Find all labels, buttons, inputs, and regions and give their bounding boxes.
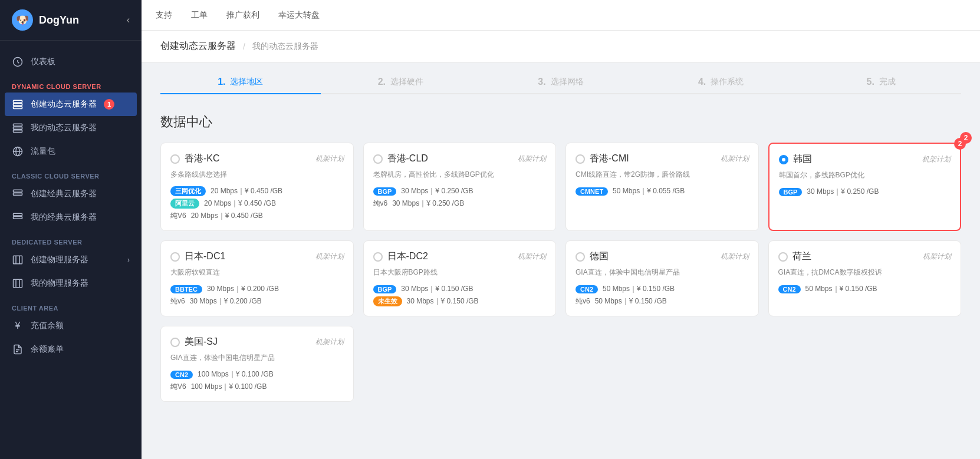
dc-networks-hk-cmi: CMNET 50 Mbps｜¥ 0.055 /GB bbox=[575, 186, 749, 196]
sidebar-item-create-classic[interactable]: 创建经典云服务器 bbox=[0, 182, 142, 206]
app-name: DogYun bbox=[39, 14, 79, 27]
dc-desc-germany: GIA直连，体验中国电信明星产品 bbox=[575, 268, 749, 278]
net-speed-wsh: 30 Mbps｜¥ 0.150 /GB bbox=[407, 296, 479, 306]
dc-card-hk-cmi[interactable]: 香港-CMI 机架计划 CMI线路直连，带2G防御，廉价路线 CMNET 50 … bbox=[565, 143, 759, 231]
svg-rect-14 bbox=[14, 279, 22, 288]
sidebar-collapse-button[interactable]: ‹ bbox=[127, 15, 130, 25]
sidebar-item-my-dedicated[interactable]: 我的物理服务器 bbox=[0, 272, 142, 295]
step-4[interactable]: 4. 操作系统 bbox=[641, 77, 801, 94]
sidebar-item-billing[interactable]: 余额账单 bbox=[0, 338, 142, 361]
dc-net-row-jp-v6: 纯v6 30 Mbps｜¥ 0.200 /GB bbox=[170, 296, 344, 306]
dc-name-netherlands: 荷兰 bbox=[792, 250, 811, 263]
net-badge-sanyou: 三网优化 bbox=[170, 186, 206, 196]
logo-icon: 🐶 bbox=[12, 9, 33, 31]
dc-card-netherlands[interactable]: 荷兰 机架计划 GIA直连，抗DMCA数字版权投诉 CN2 50 Mbps｜¥ … bbox=[768, 240, 962, 316]
net-speed-nl-cn2: 50 Mbps｜¥ 0.150 /GB bbox=[805, 284, 877, 294]
step-3[interactable]: 3. 选择网络 bbox=[481, 77, 641, 94]
dc-net-row-cmnet: CMNET 50 Mbps｜¥ 0.055 /GB bbox=[575, 186, 749, 196]
topbar-lucky[interactable]: 幸运大转盘 bbox=[278, 8, 320, 23]
dc-net-row-de-v6: 纯v6 50 Mbps｜¥ 0.150 /GB bbox=[575, 296, 749, 306]
page-title[interactable]: 创建动态云服务器 bbox=[160, 40, 236, 52]
dc-name-germany: 德国 bbox=[590, 250, 609, 263]
sidebar-item-recharge[interactable]: ¥ 充值余额 bbox=[0, 314, 142, 338]
my-dedicated-label: 我的物理服务器 bbox=[31, 278, 88, 289]
sidebar-item-my-classic[interactable]: 我的经典云服务器 bbox=[0, 206, 142, 229]
dc-card-us-sj[interactable]: 美国-SJ 机架计划 GIA直连，体验中国电信明星产品 CN2 100 Mbps… bbox=[160, 326, 354, 402]
dc-networks-hk-cld: BGP 30 Mbps｜¥ 0.250 /GB 纯v6 30 Mbps｜¥ 0.… bbox=[373, 186, 547, 209]
dc-plan-hk-kc: 机架计划 bbox=[315, 154, 344, 164]
dc-card-jp-dc2[interactable]: 日本-DC2 机架计划 日本大阪府BGP路线 BGP 30 Mbps｜¥ 0.1… bbox=[363, 240, 557, 316]
net-badge-de-cn2: CN2 bbox=[575, 285, 598, 293]
dc-net-row-de-cn2: CN2 50 Mbps｜¥ 0.150 /GB bbox=[575, 284, 749, 294]
net-badge-nl-cn2: CN2 bbox=[778, 285, 801, 293]
net-speed-aliyun: 20 Mbps｜¥ 0.450 /GB bbox=[204, 199, 276, 209]
section-classic: CLASSIC CLOUD SERVER bbox=[0, 163, 142, 182]
dc-card-jp-dc1[interactable]: 日本-DC1 机架计划 大阪府软银直连 BBTEC 30 Mbps｜¥ 0.20… bbox=[160, 240, 354, 316]
sidebar-item-my-dynamic[interactable]: 我的动态云服务器 bbox=[0, 116, 142, 140]
net-plain-us-v6: 纯V6 bbox=[170, 382, 186, 392]
net-speed-cmnet: 50 Mbps｜¥ 0.055 /GB bbox=[613, 186, 685, 196]
topbar-support[interactable]: 支持 bbox=[156, 8, 172, 23]
dc-card-hk-kc[interactable]: 香港-KC 机架计划 多条路线供您选择 三网优化 20 Mbps｜¥ 0.450… bbox=[160, 143, 354, 231]
dc-desc-hk-cld: 老牌机房，高性价比，多线路BGP优化 bbox=[373, 170, 547, 180]
dc-name-jp-dc1: 日本-DC1 bbox=[185, 250, 225, 263]
dc-networks-netherlands: CN2 50 Mbps｜¥ 0.150 /GB bbox=[778, 284, 952, 294]
net-plain-de-v6: 纯v6 bbox=[575, 296, 590, 306]
section-client: CLIENT AREA bbox=[0, 295, 142, 314]
net-speed-us-v6: 100 Mbps｜¥ 0.100 /GB bbox=[191, 382, 267, 392]
dc-radio-us-sj[interactable] bbox=[170, 338, 180, 347]
net-speed-bbtec: 30 Mbps｜¥ 0.200 /GB bbox=[207, 284, 279, 294]
step-1[interactable]: 1. 选择地区 bbox=[160, 77, 321, 94]
topbar-promo[interactable]: 推广获利 bbox=[226, 8, 259, 23]
dc-plan-hk-cmi: 机架计划 bbox=[721, 154, 749, 164]
dc-net-row-ipv6: 纯V6 20 Mbps｜¥ 0.450 /GB bbox=[170, 211, 344, 221]
dc-radio-jp-dc2[interactable] bbox=[373, 252, 383, 262]
dc-radio-hk-cld[interactable] bbox=[373, 154, 383, 164]
sidebar-item-traffic[interactable]: 流量包 bbox=[0, 140, 142, 163]
svg-rect-9 bbox=[14, 190, 22, 192]
sidebar-item-dashboard[interactable]: 仪表板 bbox=[0, 50, 142, 74]
dc-radio-netherlands[interactable] bbox=[778, 252, 788, 262]
dc-card-korea[interactable]: 2 韩国 机架计划 韩国首尔，多线路BGP优化 BGP 30 Mbps｜¥ 0.… bbox=[768, 143, 962, 231]
dc-card-hk-cld[interactable]: 香港-CLD 机架计划 老牌机房，高性价比，多线路BGP优化 BGP 30 Mb… bbox=[363, 143, 557, 231]
gauge-icon bbox=[12, 56, 24, 68]
content-area: 创建动态云服务器 / 我的动态云服务器 1. 选择地区 2. 选择硬件 bbox=[142, 31, 980, 459]
topbar-tickets[interactable]: 工单 bbox=[191, 8, 208, 23]
sidebar-item-create-dedicated[interactable]: 创建物理服务器 › bbox=[0, 248, 142, 272]
step-1-num: 1. bbox=[218, 77, 225, 87]
net-badge-jp-bgp: BGP bbox=[373, 285, 397, 293]
dc-plan-jp-dc2: 机架计划 bbox=[518, 252, 546, 262]
billing-label: 余额账单 bbox=[31, 344, 64, 355]
svg-rect-1 bbox=[14, 100, 22, 103]
dc-networks-jp-dc2: BGP 30 Mbps｜¥ 0.150 /GB 未生效 30 Mbps｜¥ 0.… bbox=[373, 284, 547, 306]
dc-plan-hk-cld: 机架计划 bbox=[518, 154, 546, 164]
dc-net-row-nl-cn2: CN2 50 Mbps｜¥ 0.150 /GB bbox=[778, 284, 952, 294]
net-plain-v6: 纯V6 bbox=[170, 211, 186, 221]
dc-name-korea: 韩国 bbox=[793, 153, 812, 166]
sidebar-item-create-dynamic[interactable]: 创建动态云服务器 1 bbox=[5, 93, 137, 116]
dc-name-hk-kc: 香港-KC bbox=[185, 153, 220, 165]
breadcrumb-sub[interactable]: 我的动态云服务器 bbox=[252, 41, 318, 52]
svg-rect-12 bbox=[14, 217, 22, 219]
dc-desc-netherlands: GIA直连，抗DMCA数字版权投诉 bbox=[778, 268, 952, 278]
dc-radio-korea[interactable] bbox=[779, 155, 788, 164]
dc-radio-germany[interactable] bbox=[575, 252, 585, 262]
dc-networks-us-sj: CN2 100 Mbps｜¥ 0.100 /GB 纯V6 100 Mbps｜¥ … bbox=[170, 369, 344, 392]
step-2[interactable]: 2. 选择硬件 bbox=[321, 77, 481, 94]
net-badge-korea-bgp: BGP bbox=[779, 188, 803, 196]
traffic-label: 流量包 bbox=[31, 146, 55, 157]
dc-radio-hk-kc[interactable] bbox=[170, 154, 180, 164]
dc-radio-jp-dc1[interactable] bbox=[170, 252, 180, 262]
page-content: 1. 选择地区 2. 选择硬件 3. 选择网络 bbox=[142, 62, 980, 416]
step-5[interactable]: 5. 完成 bbox=[801, 77, 961, 94]
section-dynamic: DYNAMIC CLOUD SERVER bbox=[0, 74, 142, 93]
svg-rect-4 bbox=[14, 124, 22, 126]
step-3-num: 3. bbox=[538, 77, 545, 87]
yen-icon: ¥ bbox=[12, 320, 24, 332]
dc-net-row-bbtec: BBTEC 30 Mbps｜¥ 0.200 /GB bbox=[170, 284, 344, 294]
net-plain-v6b: 纯v6 bbox=[373, 199, 388, 209]
net-badge-bgp: BGP bbox=[373, 187, 397, 196]
dc-radio-hk-cmi[interactable] bbox=[575, 154, 585, 164]
dc-plan-germany: 机架计划 bbox=[721, 252, 749, 262]
dc-card-germany[interactable]: 德国 机架计划 GIA直连，体验中国电信明星产品 CN2 50 Mbps｜¥ 0… bbox=[565, 240, 759, 316]
